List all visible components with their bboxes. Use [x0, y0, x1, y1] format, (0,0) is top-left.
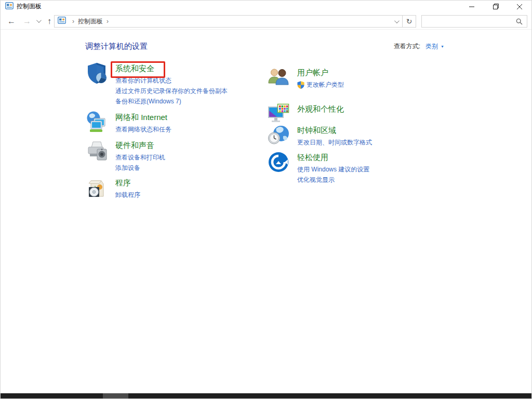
task-link-label: 卸载程序	[115, 190, 140, 200]
category-task-link[interactable]: 卸载程序	[115, 190, 140, 200]
close-button[interactable]	[508, 1, 531, 12]
chevron-down-icon: ▼	[441, 45, 444, 48]
task-link-label: 备份和还原(Windows 7)	[115, 96, 181, 107]
category-title[interactable]: 网络和 Internet	[115, 111, 171, 124]
category-block: 硬件和声音查看设备和打印机添加设备	[85, 139, 165, 173]
forward-icon[interactable]: →	[20, 12, 34, 30]
window-title: 控制面板	[17, 2, 42, 11]
category-task-link[interactable]: 更改日期、时间或数字格式	[297, 137, 372, 148]
breadcrumb-chevron-icon[interactable]: ›	[69, 18, 78, 25]
category-task-link[interactable]: 查看网络状态和任务	[115, 124, 171, 135]
user-accounts-icon[interactable]	[267, 66, 290, 89]
view-by-dropdown[interactable]: 类别 ▼	[425, 42, 444, 51]
search-input[interactable]	[422, 16, 516, 26]
breadcrumb-control-panel[interactable]: 控制面板	[78, 17, 103, 26]
network-globe-icon[interactable]	[85, 111, 108, 134]
category-title[interactable]: 系统和安全	[115, 62, 228, 75]
task-link-label: 更改日期、时间或数字格式	[297, 137, 372, 148]
category-task-link[interactable]: 更改帐户类型	[297, 79, 344, 90]
program-box-icon[interactable]	[85, 176, 108, 199]
category-block: 网络和 Internet查看网络状态和任务	[85, 111, 171, 135]
ease-of-access-icon[interactable]	[267, 151, 290, 174]
task-link-label: 使用 Windows 建议的设置	[297, 164, 369, 175]
category-task-link[interactable]: 备份和还原(Windows 7)	[115, 96, 228, 107]
category-task-link[interactable]: 查看设备和打印机	[115, 152, 165, 163]
category-title[interactable]: 用户帐户	[297, 66, 344, 79]
category-title[interactable]: 硬件和声音	[115, 139, 165, 152]
address-bar[interactable]: › 控制面板 › ↻	[54, 15, 416, 28]
printer-speaker-icon[interactable]	[85, 139, 108, 162]
category-block: 系统和安全查看你的计算机状态通过文件历史记录保存你的文件备份副本备份和还原(Wi…	[85, 62, 228, 107]
category-block: 程序卸载程序	[85, 176, 140, 200]
category-title[interactable]: 程序	[115, 176, 140, 190]
category-block: 外观和个性化	[267, 102, 344, 125]
task-link-label: 查看你的计算机状态	[115, 75, 171, 86]
control-panel-icon	[58, 16, 66, 26]
category-block: 用户帐户更改帐户类型	[267, 66, 344, 90]
search-box	[421, 15, 527, 28]
task-link-label: 查看网络状态和任务	[115, 124, 171, 135]
search-icon[interactable]	[516, 18, 523, 25]
address-dropdown-icon[interactable]	[390, 20, 402, 23]
task-link-label: 更改帐户类型	[307, 79, 344, 90]
task-link-label: 优化视觉显示	[297, 175, 335, 185]
task-link-label: 查看设备和打印机	[115, 152, 165, 163]
category-title[interactable]: 外观和个性化	[297, 102, 344, 116]
control-panel-window: 控制面板 ← → ↑	[0, 0, 532, 399]
security-shield-icon[interactable]	[85, 62, 108, 85]
task-link-label: 添加设备	[115, 163, 140, 173]
recent-pages-chevron-icon[interactable]	[34, 12, 42, 30]
page-title: 调整计算机的设置	[85, 42, 148, 51]
navigation-bar: ← → ↑ › 控制面板 › ↻	[1, 12, 531, 30]
task-link-label: 通过文件历史记录保存你的文件备份副本	[115, 86, 228, 96]
taskbar-item	[103, 393, 128, 398]
category-block: 时钟和区域更改日期、时间或数字格式	[267, 124, 372, 148]
category-block: 轻松使用使用 Windows 建议的设置优化视觉显示	[267, 151, 369, 185]
uac-shield-icon	[297, 81, 304, 89]
back-icon[interactable]: ←	[5, 12, 18, 30]
control-panel-icon	[5, 2, 14, 12]
titlebar: 控制面板	[1, 1, 531, 12]
taskbar-strip	[1, 393, 531, 398]
breadcrumb-chevron-icon[interactable]: ›	[103, 18, 112, 25]
category-task-link[interactable]: 使用 Windows 建议的设置	[297, 164, 369, 175]
category-task-link[interactable]: 通过文件历史记录保存你的文件备份副本	[115, 86, 228, 96]
category-task-link[interactable]: 优化视觉显示	[297, 175, 369, 185]
category-task-link[interactable]: 查看你的计算机状态	[115, 75, 228, 86]
refresh-icon[interactable]: ↻	[402, 16, 416, 27]
view-by-label: 查看方式:	[394, 42, 420, 51]
restore-button[interactable]	[484, 1, 508, 12]
personalization-icon[interactable]	[267, 102, 290, 125]
clock-region-icon[interactable]	[267, 124, 290, 147]
category-title[interactable]: 时钟和区域	[297, 124, 372, 137]
category-title[interactable]: 轻松使用	[297, 151, 369, 164]
category-task-link[interactable]: 添加设备	[115, 163, 165, 173]
minimize-button[interactable]	[460, 1, 484, 12]
